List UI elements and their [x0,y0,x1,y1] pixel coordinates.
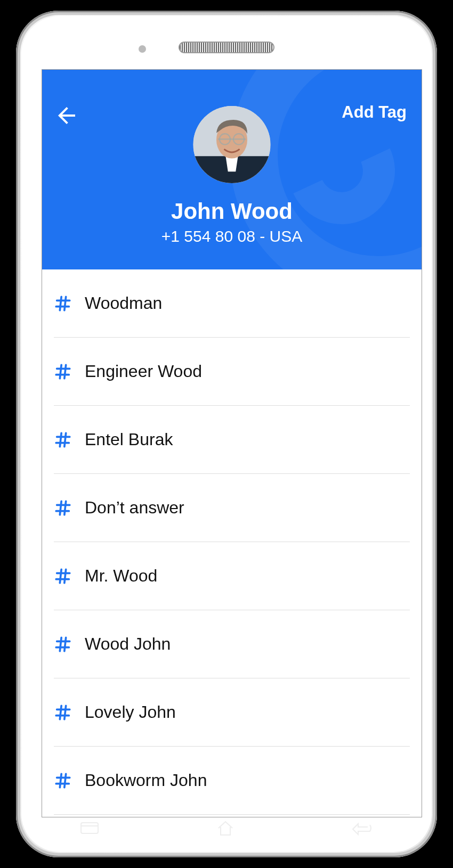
tag-row[interactable]: Entel Burak [54,406,410,474]
tag-row[interactable]: Lovely John [54,678,410,747]
tag-row[interactable]: Bookworm John [54,747,410,815]
app-screen: Add Tag John Wood +1 554 [42,69,422,817]
hash-icon [54,635,72,653]
tag-row[interactable]: Woodman [54,269,410,338]
tag-label: Lovely John [85,702,176,722]
phone-bezel: Add Tag John Wood +1 554 [21,16,432,852]
tag-row[interactable]: Engineer Wood [54,338,410,406]
hash-icon [54,294,72,313]
contact-avatar[interactable] [193,106,271,183]
avatar-image [193,106,271,183]
tag-label: Don’t answer [85,498,184,518]
hash-icon [54,703,72,722]
hash-icon [54,567,72,585]
front-camera [139,45,146,53]
tag-label: Wood John [85,634,171,654]
tag-label: Bookworm John [85,771,207,790]
tag-label: Woodman [85,293,162,313]
tag-list: WoodmanEngineer WoodEntel BurakDon’t ans… [42,269,422,815]
phone-frame: Add Tag John Wood +1 554 [16,11,437,857]
hash-icon [54,499,72,517]
contact-header: Add Tag John Wood +1 554 [42,70,422,269]
back-button[interactable] [54,103,79,128]
earpiece-speaker [179,42,274,53]
hash-icon [54,363,72,381]
android-nav-bar [21,817,432,842]
tag-label: Entel Burak [85,430,173,449]
arrow-left-icon [54,103,79,128]
tag-row[interactable]: Mr. Wood [54,542,410,610]
contact-phone-line: +1 554 80 08 - USA [42,227,422,245]
svg-rect-7 [81,823,98,833]
back-icon[interactable] [352,821,373,839]
recent-apps-icon[interactable] [80,821,99,839]
svg-rect-4 [218,138,246,140]
add-tag-button[interactable]: Add Tag [342,103,407,122]
hash-icon [54,772,72,790]
hash-icon [54,431,72,449]
tag-label: Engineer Wood [85,362,202,381]
tag-label: Mr. Wood [85,566,157,586]
contact-name: John Wood [42,199,422,224]
tag-row[interactable]: Don’t answer [54,474,410,542]
tag-row[interactable]: Wood John [54,610,410,678]
home-icon[interactable] [216,819,234,841]
